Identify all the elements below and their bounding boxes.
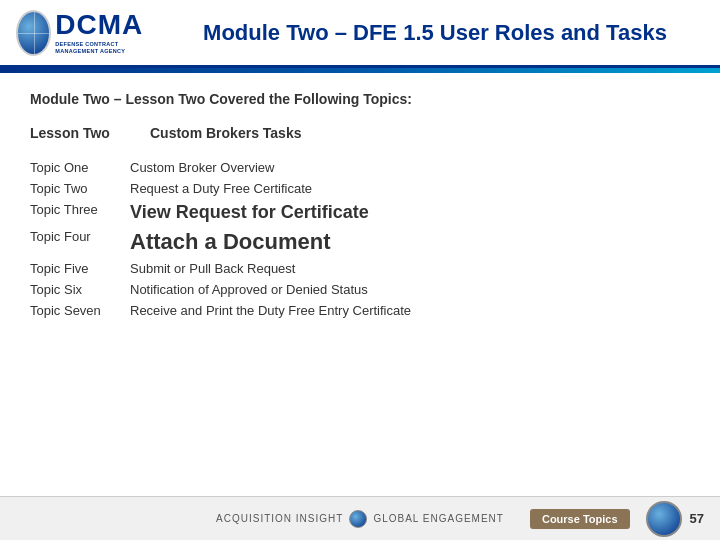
topic-name: Topic Three	[30, 199, 130, 226]
topic-name: Topic One	[30, 157, 130, 178]
topic-name: Topic Four	[30, 226, 130, 258]
logo-area: DCMA DEFENSE CONTRACT MANAGEMENT AGENCY	[16, 10, 156, 56]
module-subtitle: Module Two – Lesson Two Covered the Foll…	[30, 91, 690, 107]
footer-right-text: GLOBAL ENGAGEMENT	[373, 513, 504, 524]
lesson-label: Lesson Two	[30, 125, 150, 151]
content-table: Lesson Two Custom Brokers Tasks	[30, 125, 690, 157]
footer-right: Course Topics 57	[530, 501, 704, 537]
tasks-label: Custom Brokers Tasks	[150, 125, 690, 151]
logo-sub-text: DEFENSE CONTRACT MANAGEMENT AGENCY	[55, 41, 156, 54]
table-row: Topic ThreeView Request for Certificate	[30, 199, 690, 226]
footer-left-text: ACQUISITION INSIGHT	[216, 513, 343, 524]
topic-name: Topic Six	[30, 279, 130, 300]
course-topics-button[interactable]: Course Topics	[530, 509, 630, 529]
topic-description: Notification of Approved or Denied Statu…	[130, 279, 690, 300]
footer-globe-icon	[349, 510, 367, 528]
topic-description: Custom Broker Overview	[130, 157, 690, 178]
logo-text-block: DCMA DEFENSE CONTRACT MANAGEMENT AGENCY	[55, 11, 156, 54]
topics-table: Topic OneCustom Broker OverviewTopic Two…	[30, 157, 690, 321]
topic-description: View Request for Certificate	[130, 199, 690, 226]
table-row: Topic SixNotification of Approved or Den…	[30, 279, 690, 300]
topic-name: Topic Five	[30, 258, 130, 279]
logo-dcma-text: DCMA	[55, 11, 156, 39]
table-row: Topic FourAttach a Document	[30, 226, 690, 258]
topic-name: Topic Seven	[30, 300, 130, 321]
footer: ACQUISITION INSIGHT GLOBAL ENGAGEMENT Co…	[0, 496, 720, 540]
topic-description: Attach a Document	[130, 226, 690, 258]
table-row: Topic SevenReceive and Print the Duty Fr…	[30, 300, 690, 321]
footer-center: ACQUISITION INSIGHT GLOBAL ENGAGEMENT	[216, 510, 504, 528]
topic-name: Topic Two	[30, 178, 130, 199]
footer-seal-icon	[646, 501, 682, 537]
topic-description: Receive and Print the Duty Free Entry Ce…	[130, 300, 690, 321]
lesson-header-row: Lesson Two Custom Brokers Tasks	[30, 125, 690, 151]
logo-globe-icon	[16, 10, 51, 56]
table-row: Topic TwoRequest a Duty Free Certificate	[30, 178, 690, 199]
header: DCMA DEFENSE CONTRACT MANAGEMENT AGENCY …	[0, 0, 720, 68]
page-title: Module Two – DFE 1.5 User Roles and Task…	[156, 20, 704, 46]
topic-description: Submit or Pull Back Request	[130, 258, 690, 279]
table-row: Topic FiveSubmit or Pull Back Request	[30, 258, 690, 279]
main-content: Module Two – Lesson Two Covered the Foll…	[0, 73, 720, 331]
table-row: Topic OneCustom Broker Overview	[30, 157, 690, 178]
topic-description: Request a Duty Free Certificate	[130, 178, 690, 199]
logo: DCMA DEFENSE CONTRACT MANAGEMENT AGENCY	[16, 10, 156, 56]
page-number: 57	[690, 511, 704, 526]
